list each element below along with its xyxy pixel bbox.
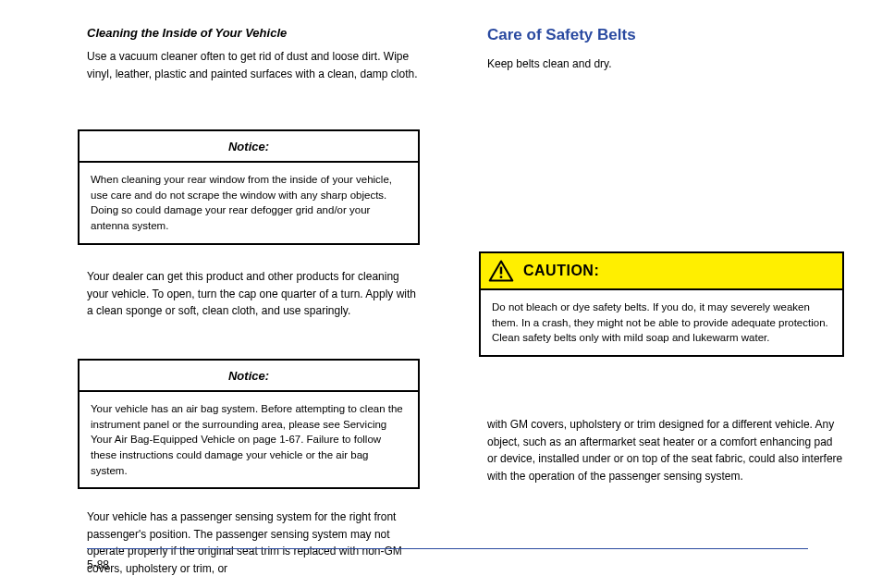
page-number: 5-88 (87, 558, 109, 571)
cleaning-subheading: Cleaning the Inside of Your Vehicle (87, 26, 287, 40)
intertext-1: Your dealer can get this product and oth… (87, 268, 420, 320)
section-intro-text: Keep belts clean and dry. (487, 55, 843, 73)
footer-divider (87, 548, 808, 549)
caution-label: CAUTION: (523, 263, 599, 279)
caution-header: CAUTION: (481, 253, 842, 290)
notice-box-1: Notice: When cleaning your rear window f… (78, 129, 420, 245)
notice-label: Notice: (228, 140, 269, 153)
warning-triangle-icon (488, 259, 514, 283)
caution-body-text: Do not bleach or dye safety belts. If yo… (481, 290, 842, 355)
notice-label: Notice: (228, 369, 269, 383)
svg-rect-2 (500, 276, 502, 277)
notice-header: Notice: (80, 361, 418, 392)
notice-body-text: Your vehicle has an air bag system. Befo… (80, 392, 418, 487)
caution-continuation-text: with GM covers, upholstery or trim desig… (487, 416, 843, 484)
section-heading: Care of Safety Belts (487, 26, 636, 44)
notice-header: Notice: (80, 131, 418, 163)
svg-rect-1 (500, 267, 502, 275)
notice-body-text: When cleaning your rear window from the … (80, 163, 418, 243)
intertext-2: Your vehicle has a passenger sensing sys… (87, 508, 420, 577)
notice-box-2: Notice: Your vehicle has an air bag syst… (78, 359, 420, 489)
caution-box: CAUTION: Do not bleach or dye safety bel… (479, 251, 844, 357)
cleaning-body-text: Use a vacuum cleaner often to get rid of… (87, 48, 420, 82)
